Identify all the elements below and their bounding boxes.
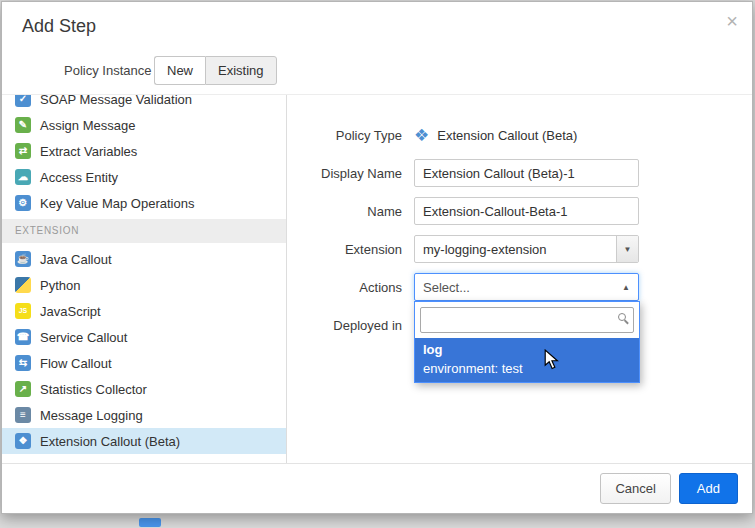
extension-row: Extension my-logging-extension ▼ <box>287 235 752 263</box>
dropdown-search <box>415 302 639 338</box>
sidebar-item-label: SOAP Message Validation <box>40 95 192 107</box>
actions-row: Actions Select... ▲ log environment: tes… <box>287 273 752 301</box>
display-name-row: Display Name <box>287 159 752 187</box>
close-icon[interactable]: × <box>726 10 738 33</box>
option-log[interactable]: log <box>415 338 639 359</box>
policy-list-items: ✓ SOAP Message Validation ✎ Assign Messa… <box>2 95 286 454</box>
chevron-down-icon: ▼ <box>616 236 638 262</box>
modal-body: ✓ SOAP Message Validation ✎ Assign Messa… <box>2 94 752 463</box>
extension-callout-icon: ❖ <box>15 433 31 449</box>
modal-title: Add Step <box>22 16 96 37</box>
sidebar-item-javascript[interactable]: JS JavaScript <box>2 298 286 324</box>
dropdown-search-input[interactable] <box>420 307 634 333</box>
policy-instance-label: Policy Instance <box>64 63 151 78</box>
extract-variables-icon: ⇄ <box>15 143 31 159</box>
extension-select-value: my-logging-extension <box>415 242 616 257</box>
sidebar-item-extract-variables[interactable]: ⇄ Extract Variables <box>2 138 286 164</box>
service-callout-icon: ☎ <box>15 329 31 345</box>
java-callout-icon: ☕ <box>15 251 31 267</box>
sidebar-item-label: Statistics Collector <box>40 382 147 397</box>
flow-callout-icon: ⇆ <box>15 355 31 371</box>
sidebar-item-soap-message-validation[interactable]: ✓ SOAP Message Validation <box>2 95 286 112</box>
display-name-input[interactable] <box>414 159 639 187</box>
key-value-map-operations-icon: ⚙ <box>15 195 31 211</box>
cancel-button[interactable]: Cancel <box>600 473 670 504</box>
search-icon <box>618 313 626 321</box>
sidebar-item-label: Message Logging <box>40 408 143 423</box>
sidebar-item-java-callout[interactable]: ☕ Java Callout <box>2 246 286 272</box>
sidebar-item-label: Flow Callout <box>40 356 112 371</box>
policy-list: ✓ SOAP Message Validation ✎ Assign Messa… <box>2 95 287 463</box>
soap-message-validation-icon: ✓ <box>15 95 31 107</box>
sidebar-item-extension-callout[interactable]: ❖ Extension Callout (Beta) <box>2 428 286 454</box>
policy-instance-row: Policy Instance New Existing <box>2 50 752 94</box>
policy-type-value: Extension Callout (Beta) <box>437 128 577 143</box>
sidebar-item-label: JavaScript <box>40 304 101 319</box>
name-row: Name <box>287 197 752 225</box>
screen: Add Step × Policy Instance New Existing … <box>0 0 755 528</box>
sidebar-item-statistics-collector[interactable]: ↗ Statistics Collector <box>2 376 286 402</box>
display-name-label: Display Name <box>287 166 402 181</box>
sidebar-item-label: Extract Variables <box>40 144 137 159</box>
sidebar-item-key-value-map-operations[interactable]: ⚙ Key Value Map Operations <box>2 190 286 216</box>
message-logging-icon: ≡ <box>15 407 31 423</box>
option-environment-test[interactable]: environment: test <box>415 359 639 382</box>
python-icon <box>15 277 31 293</box>
extension-policy-icon: ❖ <box>414 125 429 146</box>
sidebar-item-label: Assign Message <box>40 118 135 133</box>
existing-toggle-button[interactable]: Existing <box>205 56 277 85</box>
sidebar-item-assign-message[interactable]: ✎ Assign Message <box>2 112 286 138</box>
new-toggle-button[interactable]: New <box>154 56 205 85</box>
assign-message-icon: ✎ <box>15 117 31 133</box>
background-page-fragment <box>139 518 161 527</box>
name-input[interactable] <box>414 197 639 225</box>
extension-label: Extension <box>287 242 402 257</box>
sidebar-item-message-logging[interactable]: ≡ Message Logging <box>2 402 286 428</box>
actions-select[interactable]: Select... ▲ <box>414 273 639 301</box>
sidebar-item-label: Service Callout <box>40 330 127 345</box>
actions-dropdown-panel: log environment: test <box>414 301 640 383</box>
sidebar-item-flow-callout[interactable]: ⇆ Flow Callout <box>2 350 286 376</box>
extension-select[interactable]: my-logging-extension ▼ <box>414 235 639 263</box>
mouse-cursor <box>544 349 559 370</box>
sidebar-item-label: Extension Callout (Beta) <box>40 434 180 449</box>
javascript-icon: JS <box>15 303 31 319</box>
policy-form: Policy Type ❖ Extension Callout (Beta) D… <box>287 95 752 463</box>
access-entity-icon: ☁ <box>15 169 31 185</box>
deployed-in-label: Deployed in <box>287 318 402 333</box>
sidebar-item-access-entity[interactable]: ☁ Access Entity <box>2 164 286 190</box>
sidebar-item-label: Python <box>40 278 80 293</box>
actions-option-group: log environment: test <box>415 338 639 382</box>
add-button[interactable]: Add <box>679 473 738 504</box>
statistics-collector-icon: ↗ <box>15 381 31 397</box>
policy-instance-toggle: New Existing <box>154 56 277 85</box>
sidebar-item-python[interactable]: Python <box>2 272 286 298</box>
policy-type-label: Policy Type <box>287 128 402 143</box>
name-label: Name <box>287 204 402 219</box>
sidebar-item-label: Key Value Map Operations <box>40 196 194 211</box>
actions-label: Actions <box>287 280 402 295</box>
modal-footer: Cancel Add <box>2 463 752 513</box>
chevron-up-icon: ▲ <box>622 283 630 292</box>
sidebar-item-label: Access Entity <box>40 170 118 185</box>
policy-type-row: Policy Type ❖ Extension Callout (Beta) <box>287 121 752 149</box>
add-step-modal: Add Step × Policy Instance New Existing … <box>1 1 753 514</box>
sidebar-item-label: Java Callout <box>40 252 112 267</box>
extension-section-header: EXTENSION <box>2 219 286 243</box>
sidebar-item-service-callout[interactable]: ☎ Service Callout <box>2 324 286 350</box>
actions-select-value: Select... <box>423 280 622 295</box>
